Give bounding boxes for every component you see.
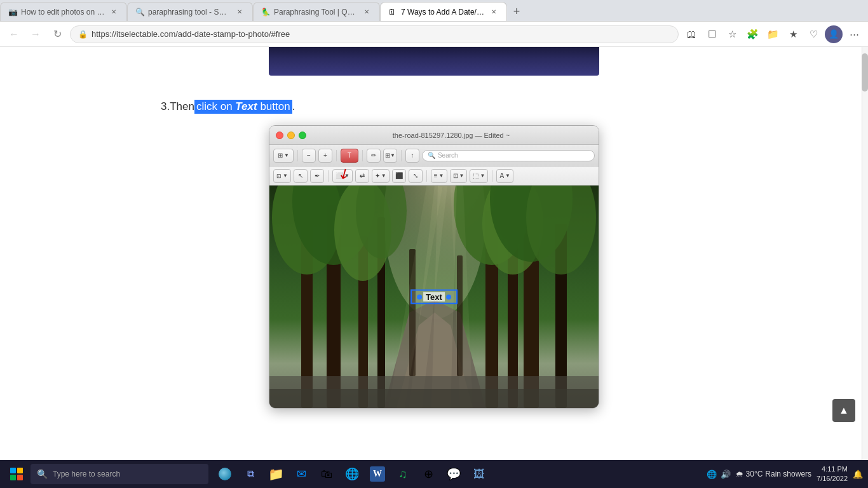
- mac-close-button[interactable]: [276, 132, 283, 139]
- weather-widget[interactable]: 🌧 30°C Rain showers: [736, 470, 812, 478]
- address-bar[interactable]: 🔒 https://itselectable.com/add-date-stam…: [70, 25, 679, 43]
- tab-3-label: Paraphrasing Tool | QuillBot AI: [274, 8, 358, 17]
- lines-dropdown: ▼: [439, 173, 444, 179]
- taskbar-search-bar[interactable]: 🔍 Type here to search: [31, 464, 208, 484]
- adjust-dropdown: ▼: [381, 173, 386, 179]
- read-mode-button[interactable]: 🕮: [682, 25, 700, 43]
- clock-time: 4:11 PM: [817, 464, 848, 474]
- start-button[interactable]: [5, 463, 28, 485]
- toolbar-divider-4: [401, 150, 402, 161]
- search-icon: 🔍: [428, 152, 435, 159]
- mac-window: the-road-815297.1280.jpg — Edited ~ ⊞ ▼ …: [269, 125, 599, 409]
- back-button[interactable]: ←: [5, 25, 23, 43]
- mac-pencil-btn[interactable]: ✏: [367, 149, 381, 163]
- notification-icon[interactable]: 🔔: [853, 470, 863, 479]
- chrome-app[interactable]: ⊕: [417, 463, 440, 485]
- heart-button[interactable]: ♡: [804, 25, 822, 43]
- mac-titlebar: the-road-815297.1280.jpg — Edited ~: [269, 126, 599, 145]
- mac-view-btn[interactable]: ⊞ ▼: [273, 149, 294, 163]
- font-icon: A: [499, 172, 504, 179]
- tab-4-label: 7 Ways to Add A Date/Time Sta...: [401, 8, 485, 17]
- search-placeholder: Search: [438, 152, 458, 159]
- tab-4-close[interactable]: ✕: [489, 7, 499, 17]
- box-dropdown: ▼: [480, 173, 485, 179]
- clock[interactable]: 4:11 PM 7/16/2022: [817, 464, 848, 484]
- photos-app[interactable]: 🖼: [468, 463, 491, 485]
- mac-shapes-btn[interactable]: ⬜ ▼: [332, 169, 353, 183]
- profile-button[interactable]: 👤: [825, 25, 843, 43]
- svg-rect-26: [269, 389, 599, 408]
- mac-max-button[interactable]: [299, 132, 306, 139]
- extensions-button[interactable]: 🧩: [743, 25, 761, 43]
- word-app[interactable]: W: [366, 463, 389, 485]
- store-app[interactable]: 🛍: [315, 463, 338, 485]
- tab-2-label: paraphrasing tool - Search: [148, 8, 231, 17]
- mail-app[interactable]: ✉: [290, 463, 313, 485]
- mac-box-btn[interactable]: ⬚ ▼: [470, 169, 488, 183]
- edge-app[interactable]: 🌐: [341, 463, 363, 485]
- mac-border-btn[interactable]: ⊡ ▼: [450, 169, 468, 183]
- mac-adjust-btn[interactable]: ✦ ▼: [372, 169, 390, 183]
- volume-tray-icon[interactable]: 🔊: [721, 470, 731, 479]
- toolbar-divider-7: [492, 170, 492, 182]
- taskbar-apps: ⧉ 📁 ✉ 🛍 🌐 W ♫ ⊕ 💬 🖼: [214, 463, 491, 485]
- search-text: Type here to search: [53, 470, 120, 478]
- mac-text-tool-btn[interactable]: T: [341, 149, 358, 163]
- forward-button[interactable]: →: [27, 25, 44, 43]
- mac-font-btn[interactable]: A ▼: [496, 169, 513, 183]
- mail-icon: ✉: [297, 467, 306, 481]
- mac-zoom-in-btn[interactable]: +: [318, 149, 332, 163]
- file-explorer-icon: 📁: [268, 466, 284, 482]
- cortana-icon: [219, 468, 231, 480]
- toolbar-divider-1: [297, 150, 298, 161]
- tab-4[interactable]: 🗓 7 Ways to Add A Date/Time Sta... ✕: [380, 2, 507, 21]
- tab-1-favicon: 📷: [8, 8, 17, 17]
- mac-zoom-out-btn[interactable]: −: [302, 149, 316, 163]
- messages-icon: 💬: [447, 467, 461, 481]
- mac-brush-btn[interactable]: ✒: [310, 169, 324, 183]
- favorites-star-button[interactable]: ★: [784, 25, 802, 43]
- shapes-icon: ⬜: [336, 172, 343, 179]
- task-view-app[interactable]: ⧉: [239, 463, 262, 485]
- mac-lines-btn[interactable]: ≡ ▼: [431, 169, 447, 183]
- network-tray-icon[interactable]: 🌐: [707, 470, 717, 479]
- messages-app[interactable]: 💬: [442, 463, 465, 485]
- file-explorer-app[interactable]: 📁: [264, 463, 287, 485]
- scroll-top-button[interactable]: ▲: [832, 399, 855, 422]
- url-text: https://itselectable.com/add-date-stamp-…: [92, 29, 290, 39]
- toolbar-divider-2: [336, 150, 337, 161]
- refresh-button[interactable]: ↻: [48, 25, 66, 43]
- mac-toolbar-1: ⊞ ▼ − + T ↙ ✏: [269, 145, 599, 166]
- system-tray: 🌐 🔊 🌧 30°C Rain showers 4:11 PM 7/16/202…: [707, 464, 863, 484]
- text-handle-right: [446, 294, 451, 299]
- mac-fill-btn[interactable]: ⬛: [392, 169, 406, 183]
- mac-title: the-road-815297.1280.jpg — Edited ~: [310, 132, 592, 139]
- box-icon: ⬚: [473, 172, 478, 179]
- cortana-app[interactable]: [214, 463, 236, 485]
- scrollbar-track[interactable]: [862, 47, 868, 460]
- tab-2[interactable]: 🔍 paraphrasing tool - Search ✕: [127, 2, 253, 21]
- mac-resize-btn[interactable]: ⤡: [409, 169, 423, 183]
- mac-select-btn[interactable]: ⊡ ▼: [273, 169, 291, 183]
- mac-share-btn[interactable]: ↑: [405, 149, 419, 163]
- tab-search-button[interactable]: ☐: [703, 25, 721, 43]
- new-tab-button[interactable]: +: [507, 2, 526, 21]
- scrollbar-thumb[interactable]: [862, 53, 868, 92]
- collections-button[interactable]: 📁: [764, 25, 782, 43]
- mac-search[interactable]: 🔍 Search: [422, 150, 595, 161]
- tab-3[interactable]: 🦜 Paraphrasing Tool | QuillBot AI ✕: [253, 2, 380, 21]
- favorites-button[interactable]: ☆: [723, 25, 741, 43]
- text-tool-label: Text: [410, 290, 458, 304]
- tab-1-close[interactable]: ✕: [109, 7, 119, 17]
- mac-crop-btn[interactable]: ⊞ ▼: [383, 149, 397, 163]
- mac-min-button[interactable]: [287, 132, 295, 139]
- spotify-app[interactable]: ♫: [391, 463, 414, 485]
- tab-2-close[interactable]: ✕: [234, 7, 245, 17]
- view-icon: ⊞: [278, 152, 283, 159]
- mac-flip-btn[interactable]: ⇄: [355, 169, 369, 183]
- tab-3-close[interactable]: ✕: [362, 7, 372, 17]
- more-button[interactable]: ⋯: [845, 25, 863, 43]
- mac-arrow-btn[interactable]: ↖: [294, 169, 308, 183]
- tab-1[interactable]: 📷 How to edit photos on Mac 202... ✕: [0, 2, 127, 21]
- lock-icon: 🔒: [78, 30, 88, 39]
